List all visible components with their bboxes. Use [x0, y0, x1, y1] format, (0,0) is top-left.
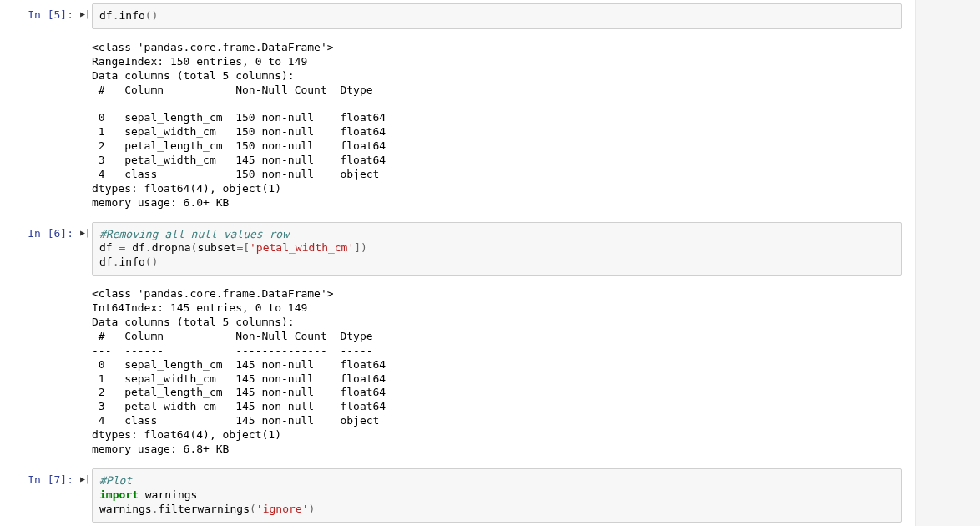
- input-prompt: In [6]:: [28, 227, 73, 240]
- output-cell: <class 'pandas.core.frame.DataFrame'> Ra…: [0, 33, 915, 219]
- code-cell: In [5]: ▶| df.info(): [0, 0, 915, 33]
- notebook: In [5]: ▶| df.info() <class 'pandas.core…: [0, 0, 915, 526]
- code-cell: In [7]: ▶| #Plot import warnings warning…: [0, 465, 915, 526]
- code-input[interactable]: #Removing all null values row df = df.dr…: [92, 222, 902, 276]
- input-prompt: In [5]:: [28, 8, 73, 21]
- run-cell-icon[interactable]: ▶|: [80, 468, 92, 523]
- code-input[interactable]: #Plot import warnings warnings.filterwar…: [92, 468, 902, 523]
- code-input[interactable]: df.info(): [92, 3, 902, 29]
- run-cell-icon[interactable]: ▶|: [80, 222, 92, 276]
- cell-output: <class 'pandas.core.frame.DataFrame'> Ra…: [92, 36, 902, 215]
- cell-output: <class 'pandas.core.frame.DataFrame'> In…: [92, 282, 902, 462]
- output-cell: <class 'pandas.core.frame.DataFrame'> In…: [0, 279, 915, 465]
- run-cell-icon[interactable]: ▶|: [80, 3, 92, 29]
- input-prompt: In [7]:: [28, 473, 73, 486]
- right-gutter: [915, 0, 980, 526]
- code-cell: In [6]: ▶| #Removing all null values row…: [0, 219, 915, 280]
